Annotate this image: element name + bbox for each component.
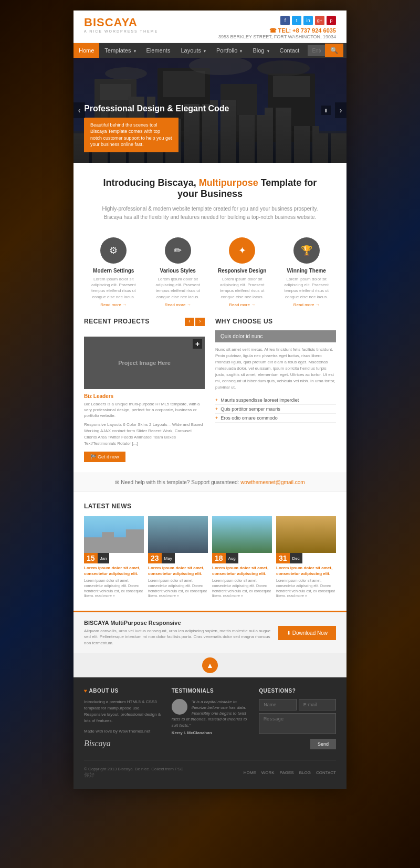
form-submit-row: Send bbox=[259, 739, 336, 749]
news-body-2: Lorem ipsum dolor sit amet, consectetur … bbox=[148, 578, 208, 599]
feature-link-3[interactable]: Read more → bbox=[213, 302, 272, 307]
feature-desc-1: Lorem ipsum dolor sit adipiscing elit. P… bbox=[84, 276, 143, 300]
feature-desc-4: Lorem ipsum dolor sit adipiscing elit. P… bbox=[277, 276, 337, 300]
project-next-button[interactable]: › bbox=[195, 318, 205, 326]
nav-templates[interactable]: Templates ▾ bbox=[99, 43, 141, 58]
nav-contact[interactable]: Contact bbox=[275, 43, 305, 58]
footer-grid: ♥ABOUT US Introducing a premium HTML5 & … bbox=[84, 688, 336, 749]
news-image-1 bbox=[84, 516, 144, 553]
support-bar: ✉ Need help with this template? Support … bbox=[74, 473, 346, 492]
svg-rect-4 bbox=[163, 71, 205, 97]
main-nav: Home Templates ▾ Elements Layouts ▾ Port… bbox=[74, 43, 346, 58]
hero-title: Professional Design & Elegant Code bbox=[84, 104, 229, 113]
slider-next-button[interactable]: › bbox=[335, 102, 346, 118]
intro-title: Introducing Biscaya, Multipurpose Templa… bbox=[94, 177, 326, 200]
news-image-4 bbox=[276, 516, 336, 553]
slider-pause-button[interactable]: ⏸ bbox=[321, 106, 331, 115]
feature-various-styles: ✏ Various Styles Lorem ipsum dolor sit a… bbox=[149, 237, 208, 307]
svg-rect-7 bbox=[273, 76, 310, 97]
feature-title-2: Various Styles bbox=[149, 268, 208, 274]
feature-title-3: Responsive Design bbox=[213, 268, 272, 274]
news-item-3: 18 Aug Lorem ipsum dolor sit amet, conse… bbox=[212, 516, 272, 600]
site-logo: BISCAYA A NICE WORDPRESS THEME bbox=[84, 16, 158, 33]
contact-form: Send bbox=[259, 699, 336, 749]
svg-point-9 bbox=[105, 67, 147, 80]
footer-logo: Biscaya bbox=[84, 739, 161, 748]
footer-nav: HOME WORK PAGES BLOG CONTACT bbox=[244, 770, 336, 775]
contact-message-input[interactable] bbox=[259, 713, 336, 734]
project-features-list: Responsive Layouts 6 Color Skins 2 Layou… bbox=[84, 422, 205, 447]
news-item-4: 31 Dec Lorem ipsum dolor sit amet, conse… bbox=[276, 516, 336, 600]
why-choose-us-column: WHY CHOOSE US Quis dolor id nunc Nunc si… bbox=[215, 318, 336, 463]
footer-made-with: Made with love by WowThemes.net bbox=[84, 728, 161, 735]
intro-description: Highly-professional & modern website tem… bbox=[94, 205, 326, 222]
trophy-icon: 🏆 bbox=[293, 237, 320, 264]
news-headline-3: Lorem ipsum dolor sit amet, consectetur … bbox=[212, 566, 272, 577]
why-highlight-text: Quis dolor id nunc bbox=[215, 330, 336, 342]
header: BISCAYA A NICE WORDPRESS THEME f t in g+… bbox=[74, 11, 346, 43]
linkedin-icon[interactable]: in bbox=[303, 16, 313, 25]
footer-nav-home[interactable]: HOME bbox=[244, 770, 256, 775]
news-body-3: Lorem ipsum dolor sit amet, consectetur … bbox=[212, 578, 272, 599]
slider-prev-button[interactable]: ‹ bbox=[74, 102, 85, 118]
latest-news-section: LATEST NEWS 15 Jan Lorem ipsum dolor sit… bbox=[74, 492, 346, 611]
contact-send-button[interactable]: Send bbox=[310, 739, 336, 749]
nav-home[interactable]: Home bbox=[74, 43, 99, 58]
contact-email-input[interactable] bbox=[299, 699, 336, 710]
footer-about-text: Introducing a premium HTML5 & CSS3 templ… bbox=[84, 699, 161, 724]
scroll-up-button[interactable]: ▲ bbox=[202, 657, 218, 673]
search-input[interactable] bbox=[308, 45, 325, 56]
footer-nav-contact[interactable]: CONTACT bbox=[316, 770, 336, 775]
project-prev-button[interactable]: ‹ bbox=[185, 318, 194, 326]
recent-projects-title: RECENT PROJECTS bbox=[84, 318, 150, 325]
news-bg-pavilion bbox=[276, 516, 336, 553]
download-text: BISCAYA MultiPurpose Responsive Aliquam … bbox=[84, 620, 278, 646]
support-email-link[interactable]: wowthemesnet@gmail.com bbox=[240, 479, 304, 485]
footer-testimonial-content: "It is a capital mistake to theorize bef… bbox=[172, 699, 249, 735]
footer-questions-column: QUESTIONS? Send bbox=[259, 688, 336, 749]
phone-number: ☎ TEL: +8 737 924 6035 bbox=[218, 27, 336, 34]
footer-nav-pages[interactable]: PAGES bbox=[280, 770, 294, 775]
pinterest-icon[interactable]: p bbox=[327, 16, 336, 25]
footer-testimonials-title: TESTIMONIALS bbox=[172, 688, 249, 694]
facebook-icon[interactable]: f bbox=[280, 16, 290, 25]
news-bg-church bbox=[84, 516, 144, 553]
download-section: BISCAYA MultiPurpose Responsive Aliquam … bbox=[74, 611, 346, 653]
footer-nav-blog[interactable]: BLOG bbox=[299, 770, 311, 775]
news-date-3: 18 Aug bbox=[212, 553, 272, 563]
feature-link-1[interactable]: Read more → bbox=[84, 302, 143, 307]
news-headline-2: Lorem ipsum dolor sit amet, consectetur … bbox=[148, 566, 208, 577]
pencil-icon: ✏ bbox=[165, 237, 191, 264]
download-button[interactable]: ⬇ Download Now bbox=[278, 626, 336, 640]
get-it-now-button[interactable]: 🏁Get it now bbox=[84, 452, 125, 462]
news-grid: 15 Jan Lorem ipsum dolor sit amet, conse… bbox=[84, 516, 336, 600]
google-plus-icon[interactable]: g+ bbox=[315, 16, 324, 25]
feature-title-1: Modern Settings bbox=[84, 268, 143, 274]
footer-testimonials-column: TESTIMONIALS "It is a capital mistake to… bbox=[172, 688, 249, 749]
hero-slider: Professional Design & Elegant Code Beaut… bbox=[74, 58, 346, 163]
feature-modern-settings: ⚙ Modern Settings Lorem ipsum dolor sit … bbox=[84, 237, 143, 307]
contact-name-input[interactable] bbox=[259, 699, 296, 710]
nav-layouts[interactable]: Layouts ▾ bbox=[175, 43, 211, 58]
responsive-icon: ✦ bbox=[229, 237, 255, 264]
twitter-icon[interactable]: t bbox=[292, 16, 301, 25]
nav-blog[interactable]: Blog ▾ bbox=[247, 43, 274, 58]
project-image-plus-icon[interactable]: + bbox=[193, 339, 202, 349]
nav-portfolio[interactable]: Portfolio ▾ bbox=[211, 43, 247, 58]
envelope-icon: ✉ bbox=[115, 479, 121, 485]
footer-nav-work[interactable]: WORK bbox=[261, 770, 275, 775]
footer: ♥ABOUT US Introducing a premium HTML5 & … bbox=[74, 677, 346, 789]
testimonial-author: Kerry I. McClanahan bbox=[172, 730, 249, 735]
feature-link-4[interactable]: Read more → bbox=[277, 302, 337, 307]
nav-elements[interactable]: Elements bbox=[141, 43, 176, 58]
social-icons-group: f t in g+ p bbox=[218, 16, 336, 25]
news-headline-1: Lorem ipsum dolor sit amet, consectetur … bbox=[84, 566, 144, 577]
news-image-3 bbox=[212, 516, 272, 553]
feature-link-2[interactable]: Read more → bbox=[149, 302, 208, 307]
hero-content: Professional Design & Elegant Code Beaut… bbox=[84, 104, 229, 152]
feature-winning-theme: 🏆 Winning Theme Lorem ipsum dolor sit ad… bbox=[277, 237, 337, 307]
search-form: 🔍 bbox=[304, 44, 346, 57]
search-button[interactable]: 🔍 bbox=[325, 44, 343, 57]
news-item-2: 23 May Lorem ipsum dolor sit amet, conse… bbox=[148, 516, 208, 600]
footer-about-title: ♥ABOUT US bbox=[84, 688, 161, 694]
